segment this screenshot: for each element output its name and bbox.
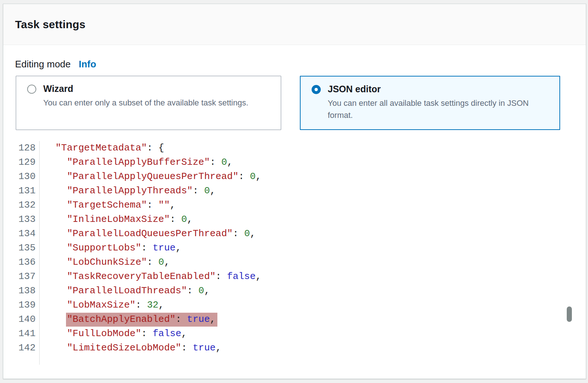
- indent: [44, 257, 67, 268]
- code-line: "ParallelApplyThreads": 0,: [44, 184, 261, 198]
- panel-body: Editing mode Info Wizard You can enter o…: [3, 58, 586, 365]
- json-comma: ,: [250, 228, 256, 239]
- json-value: 32: [147, 300, 158, 311]
- indent: [44, 200, 67, 211]
- indent: [44, 157, 67, 168]
- json-key: "BatchApplyEnabled": [67, 314, 175, 325]
- json-value: 0: [158, 257, 164, 268]
- json-comma: ,: [176, 242, 181, 253]
- code-line: "TaskRecoveryTableEnabled": false,: [44, 269, 261, 284]
- editor-code: "TargetMetadata": { "ParallelApplyBuffer…: [40, 141, 261, 365]
- json-colon: :: [210, 157, 221, 168]
- editing-mode-label: Editing mode: [15, 58, 71, 70]
- json-colon: :: [141, 242, 152, 253]
- json-value: "": [158, 200, 170, 211]
- json-value: 0: [204, 185, 210, 196]
- page-title: Task settings: [15, 18, 85, 31]
- json-comma: ,: [210, 314, 216, 325]
- json-comma: ,: [210, 185, 216, 196]
- indent: [44, 271, 67, 282]
- indent: [44, 300, 67, 311]
- editor-scrollbar-thumb[interactable]: [567, 306, 572, 322]
- tile-label: JSON editor: [328, 83, 550, 95]
- code-line: "InlineLobMaxSize": 0,: [44, 212, 261, 227]
- json-comma: ,: [256, 271, 261, 282]
- indent: [44, 285, 67, 296]
- json-comma: ,: [170, 200, 176, 211]
- code-segment: "InlineLobMaxSize": 0,: [67, 214, 192, 225]
- json-key: "LobMaxSize": [67, 300, 135, 311]
- code-segment: "ParallelApplyThreads": 0,: [67, 185, 216, 196]
- line-number: 135: [3, 241, 36, 255]
- json-value: false: [152, 328, 181, 339]
- tile-json-editor[interactable]: JSON editor You can enter all available …: [300, 76, 560, 130]
- json-colon: :: [233, 228, 244, 239]
- line-number: 139: [3, 298, 36, 312]
- json-colon: :: [147, 257, 158, 268]
- indent: [44, 214, 67, 225]
- json-colon: :: [239, 171, 250, 182]
- editor-gutter: 1281291301311321331341351361371381391401…: [3, 141, 40, 365]
- json-value: true: [187, 314, 210, 325]
- json-key: "LobChunkSize": [67, 257, 147, 268]
- radio-selected-icon[interactable]: [312, 85, 321, 94]
- json-key: "TargetSchema": [67, 200, 147, 211]
- code-line: "ParallelLoadQueuesPerThread": 0,: [44, 227, 261, 241]
- line-number: 129: [3, 155, 36, 170]
- panel-header: Task settings: [3, 4, 586, 45]
- line-number: 131: [3, 184, 36, 198]
- code-line: "TargetSchema": "",: [44, 198, 261, 212]
- task-settings-panel: Task settings Editing mode Info Wizard Y…: [3, 4, 586, 379]
- json-editor[interactable]: 1281291301311321331341351361371381391401…: [3, 141, 586, 365]
- json-key: "ParallelApplyThreads": [67, 185, 192, 196]
- json-value: 0: [181, 214, 187, 225]
- radio-unselected-icon[interactable]: [27, 85, 36, 94]
- code-line: "TargetMetadata": {: [44, 141, 261, 155]
- json-colon: :: [187, 285, 198, 296]
- code-line: "ParallelLoadThreads": 0,: [44, 284, 261, 298]
- json-colon: :: [147, 142, 158, 153]
- json-comma: ,: [181, 328, 187, 339]
- json-comma: ,: [216, 342, 221, 353]
- code-segment: "TaskRecoveryTableEnabled": false,: [67, 271, 261, 282]
- json-comma: ,: [158, 300, 164, 311]
- json-comma: ,: [164, 257, 170, 268]
- json-colon: :: [216, 271, 227, 282]
- json-key: "TaskRecoveryTableEnabled": [67, 271, 216, 282]
- code-segment: "ParallelApplyQueuesPerThread": 0,: [67, 171, 261, 182]
- json-key: "TargetMetadata": [55, 142, 147, 153]
- code-line: "SupportLobs": true,: [44, 241, 261, 255]
- code-line: "LimitedSizeLobMode": true,: [44, 341, 261, 355]
- tile-wizard[interactable]: Wizard You can enter only a subset of th…: [16, 76, 281, 130]
- code-line: "LobMaxSize": 32,: [44, 298, 261, 312]
- json-key: "SupportLobs": [67, 242, 141, 253]
- json-value: true: [193, 342, 216, 353]
- json-key: "ParallelApplyQueuesPerThread": [67, 171, 238, 182]
- json-key: "ParallelLoadThreads": [67, 285, 187, 296]
- line-number: 133: [3, 212, 36, 227]
- json-key: "ParallelLoadQueuesPerThread": [67, 228, 232, 239]
- line-number: 130: [3, 170, 36, 184]
- tile-text: JSON editor You can enter all available …: [328, 83, 550, 129]
- line-number: 138: [3, 284, 36, 298]
- indent: [44, 328, 67, 339]
- editing-mode-row: Editing mode Info: [15, 58, 586, 70]
- json-comma: ,: [227, 157, 233, 168]
- line-number: 137: [3, 269, 36, 284]
- tile-text: Wizard You can enter only a subset of th…: [43, 83, 248, 130]
- json-value: 0: [221, 157, 227, 168]
- info-link[interactable]: Info: [79, 58, 96, 70]
- code-line: "BatchApplyEnabled": true,: [44, 312, 261, 327]
- line-number: 141: [3, 327, 36, 341]
- json-key: "ParallelApplyBufferSize": [67, 157, 210, 168]
- indent: [44, 242, 67, 253]
- json-comma: ,: [204, 285, 210, 296]
- json-colon: :: [176, 314, 187, 325]
- json-value: true: [152, 242, 175, 253]
- indent: [44, 314, 67, 325]
- indent: [44, 342, 67, 353]
- line-number: 136: [3, 255, 36, 269]
- editing-mode-tiles: Wizard You can enter only a subset of th…: [16, 76, 586, 130]
- indent: [44, 171, 67, 182]
- code-segment: "LimitedSizeLobMode": true,: [67, 342, 221, 353]
